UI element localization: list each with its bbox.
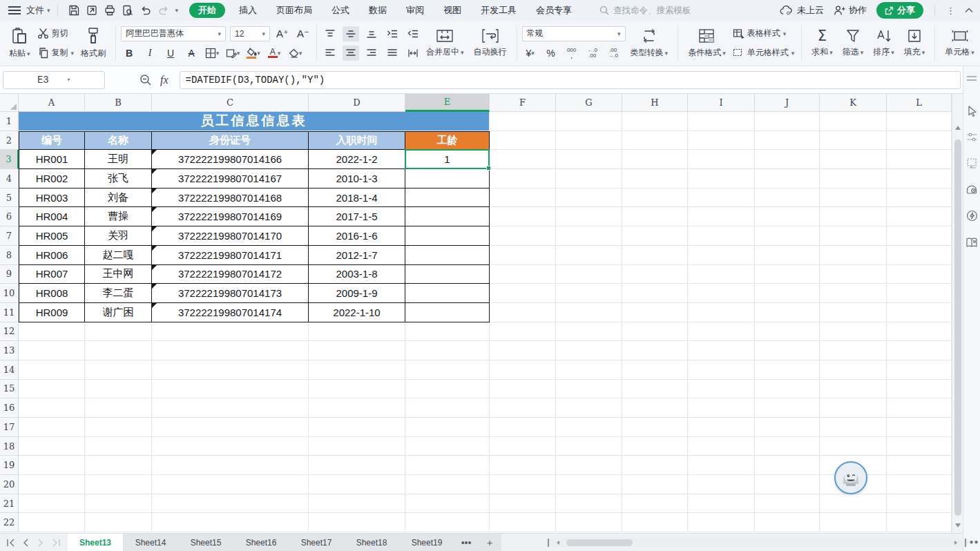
cell-A17[interactable] [19,418,85,437]
cell-B6[interactable]: 曹操 [85,207,152,226]
row-header-8[interactable]: 8 [0,246,19,265]
cell-D12[interactable] [309,322,405,342]
cell-E19[interactable] [405,456,490,475]
cell-J13[interactable] [755,341,820,360]
thousands-separator-button[interactable]: 000, [564,46,580,61]
row-header-3[interactable]: 3 [0,150,19,169]
cell-C7[interactable]: 372222199807014170 [152,226,309,246]
cell-A13[interactable] [19,341,85,360]
row-header-7[interactable]: 7 [0,226,19,246]
reading-book-icon[interactable] [965,237,978,248]
borders-button[interactable]: ▾ [204,46,220,61]
sheet-tab-Sheet17[interactable]: Sheet17 [289,534,344,551]
font-size-select[interactable]: 12▾ [230,26,270,41]
cell-H15[interactable] [622,380,688,399]
cell-E16[interactable] [405,398,490,418]
cell-F2[interactable] [490,131,556,151]
cell-G7[interactable] [556,226,622,246]
cell-F21[interactable] [490,494,556,514]
cell-H8[interactable] [622,246,688,265]
cell-K18[interactable] [820,437,887,456]
cell-F13[interactable] [490,341,556,360]
share-button[interactable]: 分享 [876,2,923,19]
cell-D14[interactable] [309,360,405,380]
cell-H14[interactable] [622,360,688,380]
vertical-scroll-thumb[interactable] [954,139,961,516]
cell-K7[interactable] [820,226,887,246]
cell-E9[interactable] [405,265,490,284]
row-header-21[interactable]: 21 [0,494,19,514]
currency-button[interactable]: ¥▾ [522,46,539,61]
cell-L15[interactable] [887,380,952,399]
collaborate-button[interactable]: 协作 [834,4,867,17]
row-header-17[interactable]: 17 [0,418,19,437]
table-title-cell[interactable]: 员工信息信息表 [19,112,490,131]
align-top-button[interactable] [322,26,338,41]
column-header-J[interactable]: J [755,94,820,112]
increase-indent-button[interactable] [405,26,421,41]
row-header-20[interactable]: 20 [0,475,19,494]
merge-center-button[interactable]: 合并居中▾ [421,23,469,64]
cell-H2[interactable] [622,131,688,151]
row-header-5[interactable]: 5 [0,188,19,208]
strikethrough-button[interactable]: A [183,46,200,61]
menu-tab-开发工具[interactable]: 开发工具 [471,0,526,21]
cell-E11[interactable] [405,303,490,322]
column-header-C[interactable]: C [152,94,309,112]
cell-E12[interactable] [405,322,490,342]
cell-C12[interactable] [152,322,309,342]
cell-F20[interactable] [490,475,556,494]
cell-D21[interactable] [309,494,405,514]
cell-E21[interactable] [405,494,490,514]
cell-H17[interactable] [622,418,688,437]
cell-D20[interactable] [309,475,405,494]
cell-F3[interactable] [490,150,556,169]
menu-tab-审阅[interactable]: 审阅 [396,0,434,21]
assistant-robot-button[interactable] [834,461,867,494]
cell-A16[interactable] [19,398,85,418]
row-header-14[interactable]: 14 [0,360,19,380]
cell-E5[interactable] [405,188,490,208]
cell-L1[interactable] [887,112,952,131]
cell-J18[interactable] [755,437,820,456]
column-header-I[interactable]: I [688,94,755,112]
prev-sheet-icon[interactable] [18,534,33,551]
cell-H7[interactable] [622,226,688,246]
cell-E6[interactable] [405,207,490,226]
cell-H22[interactable] [622,513,688,532]
cell-I2[interactable] [688,131,755,151]
cell-J20[interactable] [755,475,820,494]
cell-J12[interactable] [755,322,820,342]
hscroll-left-bracket[interactable] [548,539,549,547]
horizontal-scroll-thumb[interactable] [566,539,633,546]
cell-K12[interactable] [820,322,887,342]
menu-tab-插入[interactable]: 插入 [229,0,267,21]
formula-input[interactable]: =DATEDIF(D3,TODAY(),"Y") [180,71,961,89]
cell-H18[interactable] [622,437,688,456]
cell-D6[interactable]: 2017-1-5 [309,207,405,226]
align-bottom-button[interactable] [363,26,380,41]
cell-K6[interactable] [820,207,887,226]
menu-tab-页面布局[interactable]: 页面布局 [267,0,322,21]
row-header-22[interactable]: 22 [0,513,19,532]
cell-F11[interactable] [490,303,556,322]
cell-G4[interactable] [556,169,622,188]
cell-G5[interactable] [556,188,622,208]
cell-G16[interactable] [556,398,622,418]
cell-J15[interactable] [755,380,820,399]
cell-I14[interactable] [688,360,755,380]
cell-A19[interactable] [19,456,85,475]
align-center-button[interactable] [343,46,359,61]
menu-icon[interactable] [8,6,21,14]
spreadsheet-grid[interactable]: ABCDEFGHIJKL1员工信息信息表2编号名称身份证号入职时间工龄3HR00… [0,94,952,533]
cell-L9[interactable] [887,265,952,284]
table-style-button[interactable]: 表格样式▾ [731,26,797,41]
cell-D10[interactable]: 2009-1-9 [309,284,405,303]
percent-button[interactable]: % [543,46,559,61]
cell-G17[interactable] [556,418,622,437]
cell-B21[interactable] [85,494,152,514]
cell-K10[interactable] [820,284,887,303]
cell-H4[interactable] [622,169,688,188]
cell-C6[interactable]: 372222199807014169 [152,207,309,226]
align-left-button[interactable] [322,46,338,61]
